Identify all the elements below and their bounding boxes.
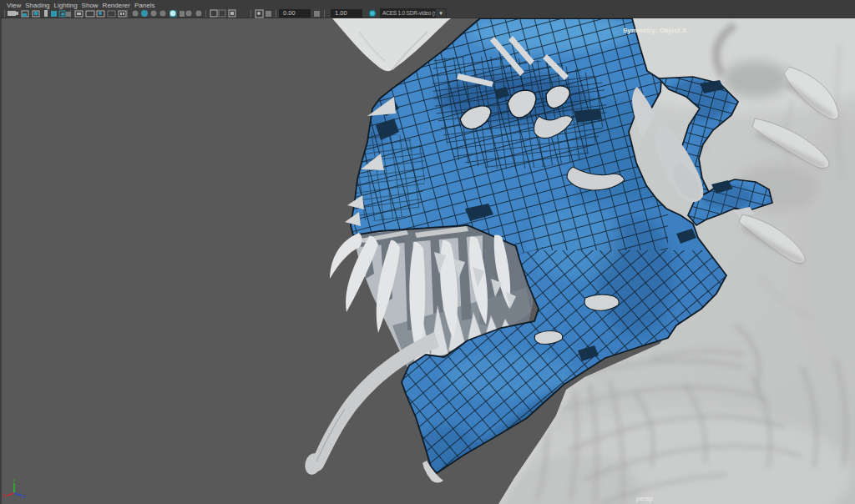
svg-text:X: X: [3, 493, 6, 498]
svg-text:Symmetry: Object X: Symmetry: Object X: [623, 27, 687, 34]
svg-text:Z: Z: [23, 494, 26, 499]
svg-text:persp: persp: [636, 495, 654, 502]
svg-text:Y: Y: [13, 478, 16, 483]
